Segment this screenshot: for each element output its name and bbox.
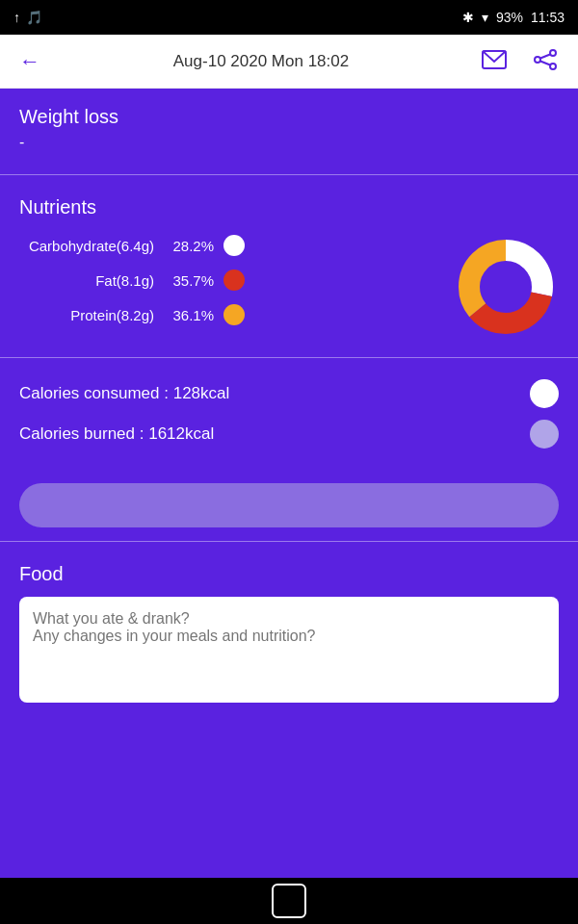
- share-icon: [532, 49, 559, 70]
- clock: 11:53: [531, 10, 565, 25]
- calories-burned-label: Calories burned : 1612kcal: [19, 424, 516, 444]
- nav-actions: [478, 45, 563, 77]
- fat-pct: 35.7%: [164, 272, 214, 289]
- food-section: Food: [0, 550, 578, 716]
- protein-label: Protein(8.2g): [19, 307, 154, 323]
- mail-button[interactable]: [478, 46, 511, 76]
- bottom-bar: [0, 878, 578, 924]
- calories-consumed-dot: [530, 379, 559, 408]
- nutrients-table: Carbohydrate(6.4g) 28.2% Fat(8.1g) 35.7%…: [19, 235, 443, 339]
- home-indicator[interactable]: [272, 884, 306, 918]
- status-bar-left: ↑ 🎵: [13, 10, 42, 25]
- food-title: Food: [19, 563, 559, 585]
- battery-level: 93%: [496, 10, 523, 25]
- svg-point-3: [550, 64, 556, 69]
- protein-dot: [223, 304, 245, 325]
- nutrients-section: Nutrients Carbohydrate(6.4g) 28.2% Fat(8…: [0, 183, 578, 349]
- carb-pct: 28.2%: [164, 238, 214, 254]
- status-bar: ↑ 🎵 ✱ ▾ 93% 11:53: [0, 0, 578, 35]
- back-button[interactable]: ←: [15, 45, 44, 78]
- progress-bar-bg: [19, 483, 559, 527]
- carb-dot: [223, 235, 245, 256]
- nutrient-row-carb: Carbohydrate(6.4g) 28.2%: [19, 235, 443, 256]
- status-bar-right: ✱ ▾ 93% 11:53: [462, 10, 565, 25]
- svg-point-1: [535, 57, 540, 63]
- share-button[interactable]: [528, 45, 563, 77]
- nutrients-title: Nutrients: [19, 196, 559, 218]
- weight-loss-title: Weight loss: [19, 106, 559, 128]
- top-nav: ← Aug-10 2020 Mon 18:02: [0, 35, 578, 89]
- food-input[interactable]: [19, 597, 559, 703]
- svg-point-2: [550, 50, 556, 56]
- divider-3: [0, 541, 578, 542]
- svg-point-9: [481, 262, 531, 312]
- svg-line-4: [540, 55, 550, 59]
- carb-label: Carbohydrate(6.4g): [19, 238, 154, 254]
- divider-1: [0, 174, 578, 175]
- divider-2: [0, 357, 578, 358]
- fat-label: Fat(8.1g): [19, 272, 154, 289]
- calories-consumed-row: Calories consumed : 128kcal: [19, 379, 559, 408]
- svg-line-5: [540, 62, 550, 65]
- upload-icon: ↑: [13, 10, 20, 25]
- mail-icon: [482, 50, 507, 69]
- weight-loss-section: Weight loss -: [0, 89, 578, 167]
- calories-consumed-label: Calories consumed : 128kcal: [19, 384, 516, 403]
- nav-title: Aug-10 2020 Mon 18:02: [173, 52, 349, 71]
- wifi-icon: ▾: [482, 10, 488, 25]
- protein-pct: 36.1%: [164, 307, 214, 323]
- main-content: Weight loss - Nutrients Carbohydrate(6.4…: [0, 89, 578, 878]
- bluetooth-icon: ✱: [462, 10, 474, 25]
- donut-chart: [453, 234, 559, 340]
- nutrient-row-protein: Protein(8.2g) 36.1%: [19, 304, 443, 325]
- progress-bar-wrap: [19, 483, 559, 527]
- music-icon: 🎵: [26, 10, 42, 25]
- weight-loss-value: -: [19, 134, 559, 151]
- calories-burned-dot: [530, 420, 559, 449]
- calories-section: Calories consumed : 128kcal Calories bur…: [0, 366, 578, 470]
- nutrients-body: Carbohydrate(6.4g) 28.2% Fat(8.1g) 35.7%…: [19, 234, 559, 340]
- fat-dot: [223, 270, 245, 291]
- calories-burned-row: Calories burned : 1612kcal: [19, 420, 559, 449]
- nutrient-row-fat: Fat(8.1g) 35.7%: [19, 270, 443, 291]
